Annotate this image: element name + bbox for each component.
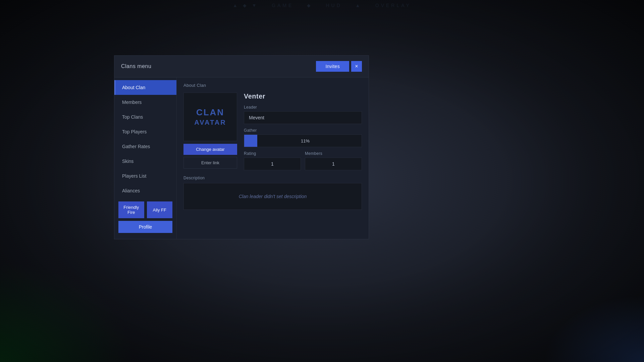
sidebar-item-skins-label: Skins: [122, 159, 133, 164]
sidebar-item-members-label: Members: [122, 100, 142, 105]
gather-bar-container: 11%: [244, 134, 362, 147]
description-box: Clan leader didn't set description: [183, 183, 362, 210]
rating-value: 1: [244, 158, 301, 170]
sidebar-item-top-clans[interactable]: Top Clans: [114, 110, 176, 124]
description-label: Description: [183, 176, 362, 180]
close-button[interactable]: ×: [351, 61, 362, 72]
sidebar-item-gather-rates-label: Gather Rates: [122, 144, 150, 149]
sidebar: About Clan Members Top Clans Top Players…: [114, 77, 176, 239]
clans-menu-modal: Clans menu Invites × About Clan Members …: [114, 55, 369, 239]
clan-avatar-line2: AVATAR: [194, 118, 226, 127]
bg-watermark-text: ▲ ◆ ▼ GAME ◆ HUD ▲ OVERLAY: [233, 3, 411, 8]
sidebar-item-top-players[interactable]: Top Players: [114, 124, 176, 139]
bottom-right-glow: [543, 295, 644, 362]
clan-avatar-line1: CLAN: [196, 107, 224, 118]
sidebar-item-players-list[interactable]: Players List: [114, 169, 176, 183]
bottom-left-glow: [0, 261, 134, 362]
friendly-fire-button[interactable]: Friendly Fire: [118, 201, 144, 218]
ally-ff-button[interactable]: Ally FF: [147, 201, 173, 218]
sidebar-item-top-clans-label: Top Clans: [122, 114, 143, 120]
gather-bar-text: 11%: [244, 138, 362, 143]
sidebar-ff-buttons: Friendly Fire Ally FF: [118, 201, 172, 218]
sidebar-item-about-clan-label: About Clan: [122, 85, 145, 90]
avatar-box: CLAN AVATAR Change avatar Enter link: [183, 93, 237, 170]
sidebar-item-about-clan[interactable]: About Clan: [114, 80, 176, 95]
sidebar-item-aliances-label: Aliances: [122, 188, 140, 193]
content-section-title: About Clan: [183, 83, 362, 88]
members-value: 1: [305, 158, 362, 170]
description-section: Description Clan leader didn't set descr…: [183, 176, 362, 210]
profile-button[interactable]: Profile: [118, 221, 172, 233]
clan-avatar: CLAN AVATAR: [183, 93, 237, 141]
rating-stat-box: Rating 1: [244, 151, 301, 170]
enter-link-button[interactable]: Enter link: [183, 157, 237, 169]
sidebar-item-aliances[interactable]: Aliances: [114, 183, 176, 198]
modal-title: Clans menu: [121, 63, 151, 69]
change-avatar-button[interactable]: Change avatar: [183, 144, 237, 155]
clan-name: Venter: [244, 93, 362, 100]
sidebar-item-gather-rates[interactable]: Gather Rates: [114, 139, 176, 154]
leader-value: Mevent: [244, 111, 362, 124]
stats-row: Rating 1 Members 1: [244, 151, 362, 170]
invites-button[interactable]: Invites: [316, 61, 349, 72]
description-empty-text: Clan leader didn't set description: [239, 194, 307, 199]
members-label: Members: [305, 151, 362, 156]
sidebar-item-top-players-label: Top Players: [122, 129, 147, 134]
about-clan-layout: CLAN AVATAR Change avatar Enter link Ven…: [183, 93, 362, 170]
clan-info: Venter Leader Mevent Gather 11% Rating 1: [244, 93, 362, 170]
sidebar-bottom-actions: Friendly Fire Ally FF Profile: [114, 198, 176, 236]
modal-body: About Clan Members Top Clans Top Players…: [114, 77, 369, 239]
sidebar-item-members[interactable]: Members: [114, 95, 176, 110]
main-content: About Clan CLAN AVATAR Change avatar Ent…: [176, 77, 369, 239]
leader-label: Leader: [244, 105, 362, 110]
gather-label: Gather: [244, 128, 362, 133]
modal-header: Clans menu Invites ×: [114, 56, 369, 77]
members-stat-box: Members 1: [305, 151, 362, 170]
rating-label: Rating: [244, 151, 301, 156]
sidebar-item-skins[interactable]: Skins: [114, 154, 176, 169]
header-actions: Invites ×: [316, 61, 362, 72]
sidebar-item-players-list-label: Players List: [122, 173, 146, 179]
